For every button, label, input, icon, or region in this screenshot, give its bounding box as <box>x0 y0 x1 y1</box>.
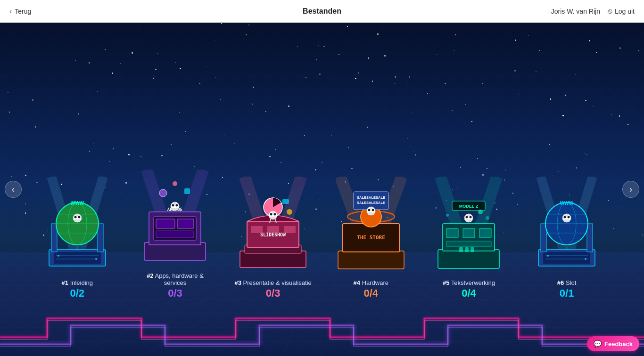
svg-text:THE STORE: THE STORE <box>357 235 385 241</box>
building-score-6: 0/1 <box>557 287 576 299</box>
svg-rect-112 <box>459 247 463 252</box>
svg-point-40 <box>76 214 79 217</box>
next-arrow[interactable]: › <box>622 181 639 198</box>
svg-text:WWW: WWW <box>71 201 84 206</box>
building-card-2[interactable]: ARCADE #2 Apps, hardware & services 0/3 <box>135 170 215 299</box>
logout-button[interactable]: ⎋ Log uit <box>608 7 635 16</box>
building-card-6[interactable]: WWW #6 Slot 0/1 <box>527 177 607 299</box>
feedback-button[interactable]: 💬 Feedback <box>587 336 639 351</box>
svg-point-38 <box>78 216 80 218</box>
main-scene: ‹ › WWW <box>0 23 644 356</box>
building-score-1: 0/2 <box>62 287 93 299</box>
feedback-label: Feedback <box>604 340 633 348</box>
prev-arrow[interactable]: ‹ <box>5 181 22 198</box>
svg-rect-118 <box>543 252 590 264</box>
building-visual-3: SLIDESHOW <box>238 177 308 275</box>
building-label-2: #2 Apps, hardware & services 0/3 <box>135 272 215 299</box>
svg-rect-48 <box>156 231 194 238</box>
svg-point-109 <box>470 216 472 218</box>
building-label-6: #6 Slot 0/1 <box>557 279 576 299</box>
svg-point-108 <box>466 216 468 218</box>
svg-rect-135 <box>564 219 570 222</box>
svg-point-106 <box>446 214 449 217</box>
logout-icon: ⎋ <box>608 7 612 16</box>
svg-point-111 <box>467 214 470 217</box>
svg-rect-100 <box>479 228 491 238</box>
svg-rect-64 <box>251 226 263 233</box>
svg-rect-39 <box>74 219 80 222</box>
svg-point-93 <box>370 207 372 210</box>
svg-point-133 <box>564 216 566 218</box>
feedback-icon: 💬 <box>594 340 602 348</box>
page-title: Bestanden <box>303 7 341 16</box>
svg-rect-113 <box>465 247 469 252</box>
svg-text:SALESALESALE: SALESALESALE <box>357 195 385 200</box>
svg-point-72 <box>274 213 276 216</box>
svg-point-105 <box>486 216 489 220</box>
svg-rect-92 <box>368 212 374 215</box>
building-label-1: #1 Inleiding 0/2 <box>62 279 93 299</box>
svg-point-134 <box>568 216 570 218</box>
svg-point-26 <box>95 258 97 260</box>
svg-rect-99 <box>463 228 475 238</box>
svg-rect-79 <box>338 251 404 269</box>
header: ‹ Terug Bestanden Joris W. van Rijn ⎋ Lo… <box>0 0 644 23</box>
svg-rect-68 <box>282 199 289 204</box>
building-visual-6: WWW <box>531 177 602 275</box>
building-visual-2: ARCADE <box>140 170 210 268</box>
building-score-5: 0/4 <box>443 287 495 299</box>
svg-point-121 <box>547 255 549 257</box>
svg-point-55 <box>176 204 178 207</box>
building-visual-4: THE STORE SALESALESALE SALESALESALE <box>336 177 406 275</box>
building-visual-1: WWW <box>42 177 113 275</box>
building-card-5[interactable]: MODEL Z #5 Tekstverwerking 0/4 <box>429 177 509 299</box>
building-visual-5: MODEL Z <box>433 177 504 275</box>
building-title-5: #5 Tekstverwerking <box>443 279 495 286</box>
svg-point-104 <box>478 210 483 214</box>
svg-rect-96 <box>438 250 499 268</box>
svg-point-25 <box>58 255 59 257</box>
svg-point-122 <box>585 258 586 260</box>
svg-text:SALESALESALE: SALESALESALE <box>357 201 385 205</box>
svg-point-136 <box>565 214 568 217</box>
building-title-6: #6 Slot <box>557 279 576 286</box>
building-title-1: #1 Inleiding <box>62 279 93 286</box>
back-button[interactable]: ‹ Terug <box>9 7 31 16</box>
svg-point-69 <box>287 209 292 215</box>
svg-rect-47 <box>177 219 194 228</box>
svg-rect-22 <box>54 252 101 264</box>
svg-rect-114 <box>471 247 474 252</box>
svg-rect-101 <box>446 241 491 247</box>
chevron-right-nav-icon: › <box>629 185 632 194</box>
building-label-4: #4 Hardware 0/4 <box>354 279 388 299</box>
svg-point-52 <box>173 181 177 186</box>
building-score-3: 0/3 <box>234 287 311 299</box>
svg-point-71 <box>270 213 272 216</box>
back-label: Terug <box>15 8 31 15</box>
chevron-left-nav-icon: ‹ <box>12 185 15 194</box>
svg-rect-56 <box>172 208 178 210</box>
building-title-3: #3 Presentatie & visualisatie <box>234 279 311 286</box>
chevron-left-icon: ‹ <box>9 7 12 16</box>
svg-point-91 <box>372 209 374 211</box>
svg-rect-110 <box>466 219 471 222</box>
building-card-4[interactable]: THE STORE SALESALESALE SALESALESALE #4 H… <box>331 177 411 299</box>
building-title-4: #4 Hardware <box>354 279 388 286</box>
svg-point-74 <box>272 211 274 214</box>
user-area: Joris W. van Rijn ⎋ Log uit <box>551 7 635 16</box>
building-card-1[interactable]: WWW #1 Inleiding 0/2 <box>37 177 117 299</box>
svg-text:WWW: WWW <box>560 201 574 206</box>
building-score-4: 0/4 <box>354 287 388 299</box>
building-card-3[interactable]: SLIDESHOW #3 Presentatie & visualisatie … <box>233 177 313 299</box>
username-label: Joris W. van Rijn <box>551 8 600 15</box>
svg-rect-65 <box>267 226 279 233</box>
building-label-3: #3 Presentatie & visualisatie 0/3 <box>234 279 311 299</box>
building-title-2: #2 Apps, hardware & services <box>135 272 215 286</box>
svg-point-50 <box>159 189 167 197</box>
building-label-5: #5 Tekstverwerking 0/4 <box>443 279 495 299</box>
svg-point-57 <box>173 202 176 205</box>
svg-rect-98 <box>446 228 458 238</box>
svg-point-54 <box>172 204 174 207</box>
svg-rect-66 <box>284 226 296 233</box>
svg-point-37 <box>74 216 76 218</box>
